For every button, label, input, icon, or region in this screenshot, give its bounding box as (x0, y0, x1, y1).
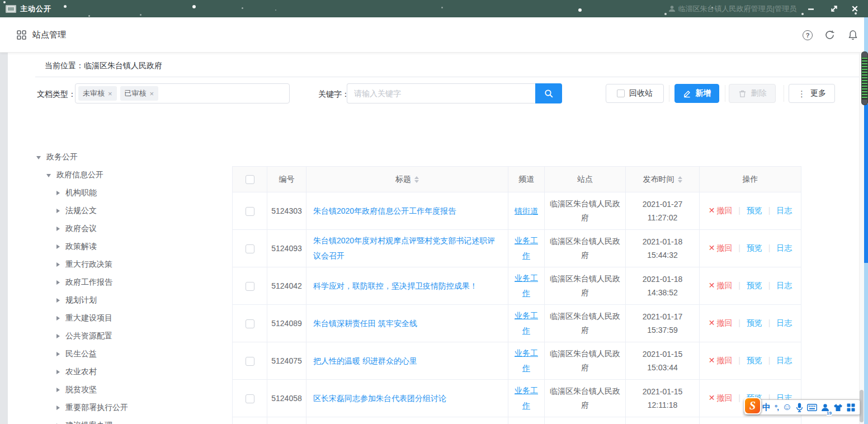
revoke-action[interactable]: ✕撤回 (709, 318, 733, 327)
maximize-button[interactable] (824, 0, 843, 17)
nav-site-management[interactable]: 站点管理 (17, 17, 66, 53)
tree-item[interactable]: 脱贫攻坚 (35, 381, 228, 399)
tree-expand-icon[interactable] (56, 298, 60, 303)
row-checkbox[interactable] (246, 319, 254, 328)
tree-expand-icon[interactable] (56, 388, 60, 392)
channel-link[interactable]: 业务工作 (515, 236, 538, 260)
minimize-button[interactable] (801, 0, 820, 17)
action-divider: | (768, 318, 771, 327)
preview-action[interactable]: 预览 (747, 318, 762, 327)
tree-item[interactable]: 公共资源配置 (35, 327, 228, 345)
tree-item[interactable]: 农业农村 (35, 363, 228, 381)
col-header-time[interactable]: 发布时间 (626, 167, 700, 192)
account-icon[interactable]: 19 (821, 400, 829, 414)
select-all-checkbox[interactable] (246, 175, 254, 184)
row-checkbox[interactable] (246, 244, 254, 253)
tree-expand-icon[interactable] (46, 174, 51, 177)
row-checkbox[interactable] (246, 357, 254, 366)
recycle-bin-checkbox[interactable] (617, 89, 625, 97)
toolbox-icon[interactable] (847, 400, 855, 414)
channel-link[interactable]: 镇街道 (515, 206, 538, 215)
skin-icon[interactable] (833, 400, 843, 414)
remove-tag-icon[interactable]: × (108, 89, 112, 98)
keyword-input[interactable] (347, 83, 536, 103)
tree-expand-icon[interactable] (56, 280, 60, 285)
close-button[interactable] (845, 0, 864, 17)
revoke-action[interactable]: ✕撤回 (709, 243, 733, 252)
tree-expand-icon[interactable] (56, 334, 60, 338)
log-action[interactable]: 日志 (776, 206, 792, 215)
tree-expand-icon[interactable] (56, 352, 60, 356)
tree-item[interactable]: 重大建设项目 (35, 309, 228, 327)
channel-link[interactable]: 业务工作 (515, 311, 538, 335)
page-scrollbar-thumb[interactable] (860, 390, 864, 422)
delete-button[interactable]: 删除 (729, 84, 776, 103)
log-action[interactable]: 日志 (776, 281, 792, 290)
row-checkbox[interactable] (246, 282, 254, 291)
tree-expand-icon[interactable] (56, 227, 60, 231)
preview-action[interactable]: 预览 (747, 356, 762, 365)
doc-title-link[interactable]: 把人性的温暖 织进群众的心里 (313, 356, 417, 365)
channel-link[interactable]: 业务工作 (515, 386, 538, 410)
row-checkbox[interactable] (246, 207, 254, 216)
col-header-title[interactable]: 标题 (306, 167, 508, 192)
tree-item[interactable]: 重大行政决策 (35, 256, 228, 274)
doc-title-link[interactable]: 朱台镇深耕责任田 筑牢安全线 (313, 319, 417, 328)
microphone-icon[interactable] (796, 400, 803, 414)
refresh-button[interactable] (820, 17, 839, 53)
revoke-action[interactable]: ✕撤回 (709, 206, 733, 215)
tree-expand-icon[interactable] (56, 370, 60, 374)
log-action[interactable]: 日志 (776, 356, 792, 365)
tree-expand-icon[interactable] (56, 209, 60, 213)
emoji-icon[interactable]: ☺ (782, 400, 792, 414)
tree-item[interactable]: 政务公开 (35, 148, 228, 166)
doc-title-link[interactable]: 朱台镇2020年政府信息公开工作年度报告 (313, 206, 456, 215)
tree-item[interactable]: 政府会议 (35, 220, 228, 238)
revoke-action[interactable]: ✕撤回 (709, 281, 733, 290)
remove-tag-icon[interactable]: × (150, 89, 154, 98)
chinese-mode-icon[interactable]: 中 (762, 400, 771, 414)
tree-expand-icon[interactable] (56, 316, 60, 321)
tree-item[interactable]: 建议提案办理 (35, 417, 228, 424)
tree-item[interactable]: 法规公文 (35, 202, 228, 220)
recycle-bin-button[interactable]: 回收站 (606, 84, 664, 103)
tree-item[interactable]: 政府工作报告 (35, 274, 228, 291)
doc-title-link[interactable]: 区长宋磊同志参加朱台代表团分组讨论 (313, 394, 446, 403)
tree-item[interactable]: 规划计划 (35, 291, 228, 309)
preview-action[interactable]: 预览 (747, 281, 762, 290)
tree-expand-icon[interactable] (56, 244, 60, 249)
revoke-action[interactable]: ✕撤回 (709, 393, 733, 402)
tree-expand-icon[interactable] (56, 262, 60, 267)
sort-icon[interactable] (414, 176, 419, 183)
sort-icon[interactable] (678, 176, 682, 183)
doc-title-link[interactable]: 朱台镇2020年度对村观摩点评暨村党支部书记述职评议会召开 (313, 236, 495, 260)
page-scrollbar-track[interactable] (859, 53, 864, 424)
tree-item[interactable]: 政策解读 (35, 238, 228, 256)
row-checkbox[interactable] (246, 394, 254, 403)
search-button[interactable] (535, 83, 562, 103)
punctuation-icon[interactable]: °, (775, 400, 779, 414)
help-button[interactable]: ? (798, 17, 817, 53)
tree-item[interactable]: 民生公益 (35, 345, 228, 363)
tree-item[interactable]: 重要部署执行公开 (35, 399, 228, 417)
log-action[interactable]: 日志 (776, 318, 792, 327)
tree-item[interactable]: 机构职能 (35, 184, 228, 202)
preview-action[interactable]: 预览 (747, 243, 762, 252)
log-action[interactable]: 日志 (776, 243, 792, 252)
channel-link[interactable]: 业务工作 (515, 348, 538, 373)
notifications-button[interactable] (843, 17, 862, 53)
tree-expand-icon[interactable] (56, 191, 60, 195)
sogou-logo-icon[interactable]: S (744, 397, 761, 414)
tree-expand-icon[interactable] (56, 406, 60, 410)
revoke-action[interactable]: ✕撤回 (709, 356, 733, 365)
keyboard-icon[interactable] (807, 400, 817, 414)
doc-title-link[interactable]: 科学应对，联防联控，坚决捍卫疫情防控成果！ (313, 281, 478, 290)
more-button[interactable]: ⋮ 更多 (789, 84, 835, 103)
doc-type-multiselect[interactable]: 未审核× 已审核× (75, 83, 290, 103)
preview-action[interactable]: 预览 (747, 206, 762, 215)
channel-link[interactable]: 业务工作 (515, 274, 538, 298)
add-button[interactable]: 新增 (674, 84, 719, 103)
window-scrollbar-thumb[interactable] (861, 51, 868, 105)
tree-expand-icon[interactable] (36, 156, 41, 159)
tree-item[interactable]: 政府信息公开 (35, 166, 228, 184)
